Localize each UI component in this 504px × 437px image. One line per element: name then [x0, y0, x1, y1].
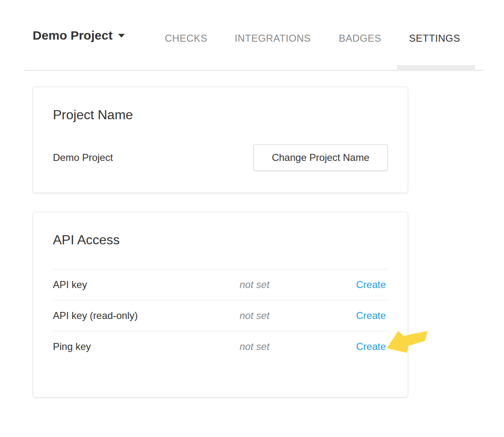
api-key-readonly-create-link[interactable]: Create	[356, 310, 386, 321]
project-name-card-title: Project Name	[53, 107, 388, 123]
api-key-create-link[interactable]: Create	[356, 279, 386, 291]
yellow-arrow-shape	[387, 331, 428, 353]
ping-key-value: not set	[240, 341, 356, 352]
table-row-ping-key: Ping key not set Create	[53, 331, 388, 362]
change-project-name-button[interactable]: Change Project Name	[253, 144, 388, 171]
tab-badges[interactable]: BADGES	[339, 33, 381, 44]
project-switcher-label: Demo Project	[33, 28, 112, 42]
project-name-card: Project Name Demo Project Change Project…	[33, 87, 408, 193]
active-tab-indicator	[397, 65, 475, 70]
ping-key-label: Ping key	[53, 341, 240, 352]
api-key-readonly-label: API key (read-only)	[53, 310, 240, 321]
chevron-down-icon	[118, 34, 125, 38]
tab-settings[interactable]: SETTINGS	[409, 33, 460, 44]
tab-integrations[interactable]: INTEGRATIONS	[235, 33, 311, 44]
tab-checks[interactable]: CHECKS	[165, 33, 207, 44]
api-key-value: not set	[240, 279, 356, 291]
table-row-api-key-readonly: API key (read-only) not set Create	[53, 300, 388, 331]
project-name-value: Demo Project	[53, 152, 113, 163]
api-key-readonly-value: not set	[240, 310, 356, 321]
table-row-api-key: API key not set Create	[53, 269, 388, 300]
api-access-card: API Access API key not set Create API ke…	[33, 212, 408, 397]
project-switcher-dropdown[interactable]: Demo Project	[33, 28, 125, 43]
api-keys-table: API key not set Create API key (read-onl…	[53, 269, 388, 362]
api-access-card-title: API Access	[53, 232, 388, 248]
yellow-arrow-icon	[380, 326, 432, 357]
api-key-label: API key	[53, 279, 240, 291]
header-divider	[24, 70, 484, 71]
